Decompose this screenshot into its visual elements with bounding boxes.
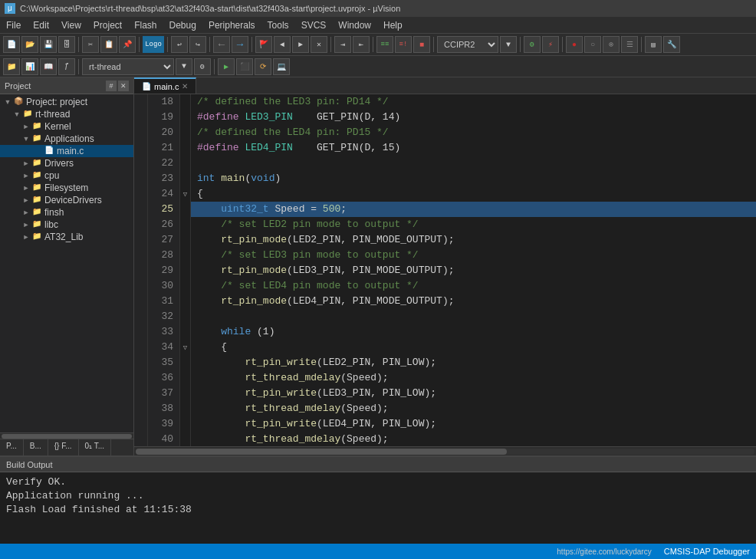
folder-devicedrivers-icon: 📁	[31, 195, 43, 206]
tree-item-kernel[interactable]: ► 📁 Kernel	[0, 120, 133, 133]
open-btn[interactable]: 📂	[21, 36, 38, 53]
tree-toggle-filesystem[interactable]: ►	[21, 184, 31, 192]
bp-31	[134, 294, 147, 309]
tree-toggle-cpu[interactable]: ►	[21, 172, 31, 179]
fold-24[interactable]: ▽	[180, 186, 190, 202]
config-dropdown[interactable]: rt-thread	[82, 58, 174, 75]
tree-item-drivers[interactable]: ► 📁 Drivers	[0, 157, 133, 169]
menu-tools[interactable]: Tools	[261, 17, 295, 33]
tree-toggle-at32lib[interactable]: ►	[21, 233, 31, 241]
target-dropdown[interactable]: CCIPR2	[437, 36, 498, 53]
menu-project[interactable]: Project	[87, 17, 128, 33]
redo-btn[interactable]: ↪	[189, 36, 206, 53]
ln-37: 37	[154, 386, 173, 401]
tree-toggle-rtthread[interactable]: ▼	[12, 110, 21, 118]
tree-item-finsh[interactable]: ► 📁 finsh	[0, 206, 133, 219]
cpu-btn[interactable]: 💻	[273, 58, 290, 75]
tree-item-rtthread[interactable]: ▼ 📁 rt-thread	[0, 108, 133, 120]
tree-item-cpu[interactable]: ► 📁 cpu	[0, 169, 133, 182]
project-close-btn[interactable]: ✕	[118, 81, 129, 91]
copy-btn[interactable]: 📋	[100, 36, 117, 53]
proj-tab-t[interactable]: 0₁ T...	[79, 439, 112, 455]
bookmark-clear-btn[interactable]: ✕	[311, 36, 327, 53]
nav-back-btn[interactable]: ←	[213, 36, 230, 53]
tree-toggle-kernel[interactable]: ►	[21, 123, 31, 130]
stop-btn[interactable]: ■	[413, 36, 430, 53]
unindent-btn[interactable]: ⇤	[353, 36, 370, 53]
editor-tab-mainc[interactable]: 📄 main.c ✕	[134, 77, 196, 94]
stop2-btn[interactable]: ⬛	[236, 58, 253, 75]
tree-toggle-libc[interactable]: ►	[21, 221, 31, 229]
menu-edit[interactable]: Edit	[27, 17, 55, 33]
build-all-btn[interactable]: ≡≡	[376, 36, 393, 53]
save-all-btn[interactable]: 🗄	[58, 36, 75, 53]
menu-view[interactable]: View	[55, 17, 87, 33]
menu-help[interactable]: Help	[377, 17, 409, 33]
nav-forward-btn[interactable]: →	[232, 36, 248, 53]
tab-close-btn[interactable]: ✕	[182, 82, 188, 90]
tree-label-devicedrivers: DeviceDrivers	[44, 195, 102, 206]
logo-btn[interactable]: Logo	[143, 36, 164, 53]
run-btn[interactable]: ▶	[218, 58, 235, 75]
code-line-39: rt_pin_write(LED4_PIN, PIN_LOW);	[191, 416, 756, 432]
menu-file[interactable]: File	[0, 17, 27, 33]
proj-tab-f[interactable]: {} F...	[48, 439, 79, 455]
tree-item-root[interactable]: ▼ 📦 Project: project	[0, 96, 133, 108]
undo-btn[interactable]: ↩	[171, 36, 188, 53]
proj-tab-b[interactable]: B...	[24, 439, 48, 455]
window-tile-btn[interactable]: ▤	[645, 36, 662, 53]
settings-btn[interactable]: 🔧	[663, 36, 680, 53]
tree-item-applications[interactable]: ▼ 📁 Applications	[0, 133, 133, 145]
tree-toggle-drivers[interactable]: ►	[21, 159, 31, 167]
book-btn[interactable]: 📖	[40, 58, 57, 75]
bookmark-btn[interactable]: 🚩	[255, 36, 272, 53]
code-lines[interactable]: /* defined the LED3 pin: PD14 */ #define…	[191, 94, 756, 446]
debug-more-btn[interactable]: ☰	[621, 36, 638, 53]
paste-btn[interactable]: 📌	[119, 36, 136, 53]
tree-item-devicedrivers[interactable]: ► 📁 DeviceDrivers	[0, 194, 133, 206]
menu-flash[interactable]: Flash	[128, 17, 163, 33]
menu-debug[interactable]: Debug	[163, 17, 202, 33]
debug-settings-btn[interactable]: ⚙	[524, 36, 541, 53]
project-pin-btn[interactable]: #	[106, 81, 117, 91]
flash-download-btn[interactable]: ⚡	[542, 36, 559, 53]
build-output-content: Verify OK. Application running ... Flash…	[0, 472, 756, 544]
reload-btn[interactable]: ⟳	[255, 58, 271, 75]
debug-start-btn[interactable]: ●	[566, 36, 583, 53]
horizontal-scrollbar[interactable]	[134, 446, 756, 455]
new-btn[interactable]: 📄	[3, 36, 20, 53]
menu-peripherals[interactable]: Peripherals	[202, 17, 261, 33]
debug-run-btn[interactable]: ○	[584, 36, 601, 53]
tree-item-libc[interactable]: ► 📁 libc	[0, 219, 133, 231]
cut-btn[interactable]: ✂	[82, 36, 99, 53]
build-output-title: Build Output	[6, 460, 53, 469]
config-settings-btn[interactable]: ⚙	[194, 58, 211, 75]
tree-toggle-devicedrivers[interactable]: ►	[21, 196, 31, 204]
registers-btn[interactable]: 📊	[21, 58, 38, 75]
indent-btn[interactable]: ⇥	[334, 36, 351, 53]
bookmark-prev-btn[interactable]: ◄	[274, 36, 291, 53]
save-btn[interactable]: 💾	[40, 36, 57, 53]
tree-toggle-applications[interactable]: ▼	[21, 135, 31, 143]
target-opts-btn[interactable]: ▼	[500, 36, 517, 53]
proj-tab-p[interactable]: P...	[0, 439, 24, 455]
menu-svcs[interactable]: SVCS	[295, 17, 333, 33]
debug-kill-btn[interactable]: ⊗	[603, 36, 620, 53]
tree-item-at32lib[interactable]: ► 📁 AT32_Lib	[0, 231, 133, 243]
build-btn[interactable]: ≡!	[395, 36, 412, 53]
tree-toggle-root[interactable]: ▼	[3, 98, 12, 106]
project-scrollbar[interactable]	[0, 432, 133, 439]
bookmark-next-btn[interactable]: ►	[292, 36, 309, 53]
fold-26	[180, 217, 190, 232]
project-tree-btn[interactable]: 📁	[3, 58, 20, 75]
tree-toggle-finsh[interactable]: ►	[21, 209, 31, 216]
bp-29	[134, 263, 147, 278]
func-btn[interactable]: ƒ	[58, 58, 75, 75]
config-dropdown-btn[interactable]: ▼	[176, 58, 192, 75]
menu-window[interactable]: Window	[332, 17, 377, 33]
tree-item-mainc[interactable]: 📄 main.c	[0, 145, 133, 157]
fold-37	[180, 386, 190, 401]
fold-34[interactable]: ▽	[180, 340, 190, 355]
code-line-29: rt_pin_mode(LED3_PIN, PIN_MODE_OUTPUT);	[191, 263, 756, 278]
tree-item-filesystem[interactable]: ► 📁 Filesystem	[0, 182, 133, 194]
